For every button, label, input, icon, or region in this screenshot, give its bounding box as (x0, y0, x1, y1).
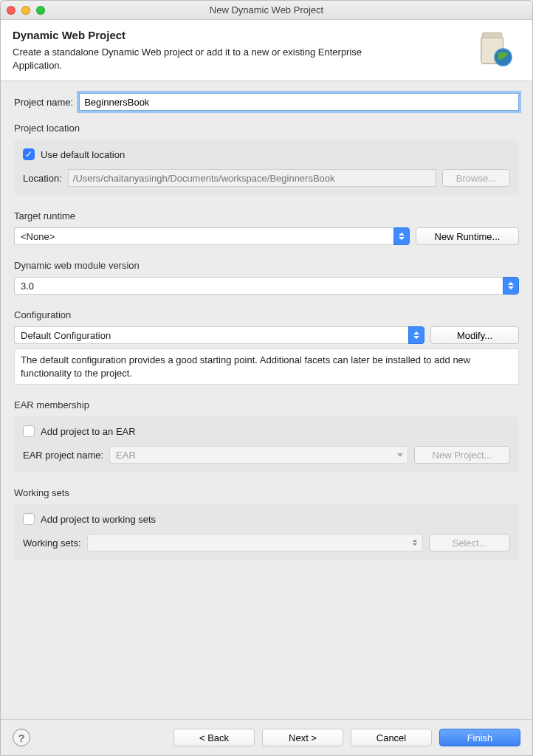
configuration-value: Default Configuration (14, 326, 408, 344)
new-runtime-button[interactable]: New Runtime... (416, 227, 519, 245)
banner-description: Create a standalone Dynamic Web project … (13, 46, 411, 72)
window-controls (7, 6, 45, 15)
minimize-window-button[interactable] (21, 6, 30, 15)
working-sets-value (87, 534, 407, 551)
wizard-icon (475, 29, 516, 70)
configuration-description: The default configuration provides a goo… (14, 348, 519, 385)
browse-button: Browse... (442, 169, 510, 187)
banner-heading: Dynamic Web Project (13, 29, 467, 41)
finish-button[interactable]: Finish (439, 729, 520, 746)
next-button[interactable]: Next > (262, 729, 343, 746)
chevron-updown-icon (407, 534, 423, 551)
ear-project-name-label: EAR project name: (23, 450, 103, 461)
location-input (68, 169, 436, 187)
close-window-button[interactable] (7, 6, 16, 15)
new-ear-project-button: New Project... (414, 446, 510, 464)
module-version-select[interactable]: 3.0 (14, 277, 519, 295)
add-to-working-sets-checkbox[interactable] (23, 513, 35, 525)
ear-title: EAR membership (14, 399, 519, 410)
ear-project-name-value: EAR (109, 446, 392, 464)
wizard-banner: Dynamic Web Project Create a standalone … (1, 20, 532, 81)
module-version-title: Dynamic web module version (14, 260, 519, 271)
maximize-window-button[interactable] (36, 6, 45, 15)
help-icon[interactable]: ? (13, 729, 30, 746)
project-name-label: Project name: (14, 97, 73, 108)
cancel-button[interactable]: Cancel (351, 729, 432, 746)
back-button[interactable]: < Back (173, 729, 255, 746)
working-sets-select (87, 534, 423, 551)
select-working-sets-button: Select... (429, 534, 510, 551)
ear-project-name-select: EAR (109, 446, 408, 464)
add-to-ear-label: Add project to an EAR (41, 426, 136, 437)
working-sets-title: Working sets (14, 487, 519, 498)
chevron-updown-icon[interactable] (393, 227, 410, 245)
chevron-down-icon (392, 446, 408, 464)
configuration-title: Configuration (14, 309, 519, 320)
working-sets-label: Working sets: (23, 537, 81, 549)
dialog-window: New Dynamic Web Project Dynamic Web Proj… (0, 0, 533, 756)
svg-rect-1 (483, 32, 502, 38)
project-location-title: Project location (14, 123, 519, 134)
window-title: New Dynamic Web Project (1, 4, 532, 16)
wizard-footer: ? < Back Next > Cancel Finish (1, 719, 532, 755)
target-runtime-title: Target runtime (14, 210, 519, 221)
use-default-location-label: Use default location (41, 149, 125, 160)
chevron-updown-icon[interactable] (503, 277, 519, 295)
location-label: Location: (23, 173, 62, 184)
modify-button[interactable]: Modify... (430, 326, 519, 344)
module-version-value: 3.0 (14, 277, 503, 295)
titlebar: New Dynamic Web Project (1, 1, 532, 20)
target-runtime-select[interactable]: <None> (14, 227, 410, 245)
configuration-select[interactable]: Default Configuration (14, 326, 424, 344)
target-runtime-value: <None> (14, 227, 393, 245)
chevron-updown-icon[interactable] (408, 326, 424, 344)
add-to-ear-checkbox[interactable] (23, 425, 35, 437)
use-default-location-checkbox[interactable] (23, 148, 35, 160)
add-to-working-sets-label: Add project to working sets (41, 514, 156, 525)
wizard-content: Project name: Project location Use defau… (1, 81, 532, 719)
project-name-input[interactable] (79, 93, 519, 111)
